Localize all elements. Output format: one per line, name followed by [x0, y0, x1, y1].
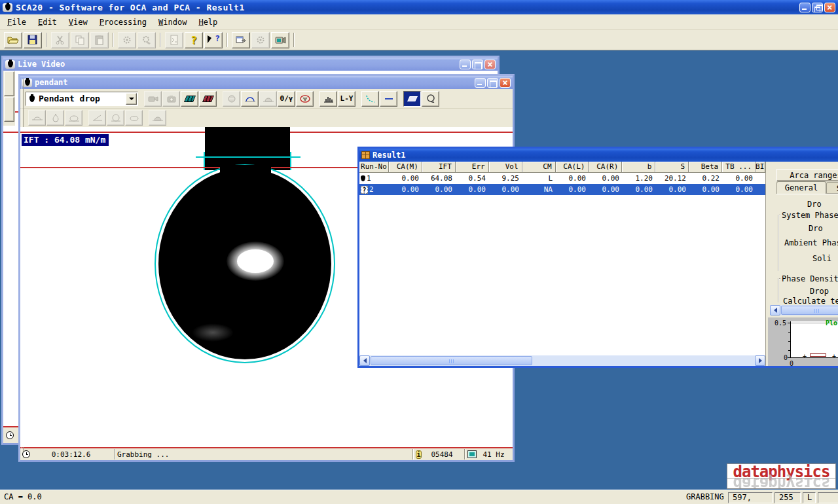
context-help-button[interactable]: ? — [204, 32, 223, 48]
lv-maximize-button[interactable] — [472, 60, 483, 69]
ellipse-tool-button[interactable] — [223, 91, 240, 107]
label-solid: Soli — [812, 254, 831, 263]
pendant-shape-button[interactable] — [46, 110, 64, 126]
chart-ytick-bottom: 0 — [784, 354, 788, 361]
lv-minimize-button[interactable] — [460, 60, 471, 69]
status-empty-cell — [818, 492, 838, 503]
marker-red-button[interactable] — [199, 91, 217, 107]
pd-minimize-button[interactable] — [475, 78, 486, 88]
scroll-thumb[interactable] — [371, 356, 532, 365]
menu-processing[interactable]: Processing — [94, 16, 153, 29]
manual-control-button[interactable] — [137, 32, 156, 48]
pd-close-button[interactable] — [500, 78, 511, 88]
circle-fit-button[interactable] — [241, 91, 259, 107]
col-ca-m[interactable]: CA(M) — [389, 162, 422, 173]
ellipse-icon — [226, 94, 238, 104]
app-title: SCA20 - Software for OCA and PCA - Resul… — [16, 3, 796, 12]
snapshot-tool-button[interactable] — [271, 32, 289, 48]
col-ca-l[interactable]: CA(L) — [556, 162, 589, 173]
tab-general[interactable]: General — [776, 181, 826, 194]
minimize-button[interactable] — [799, 3, 811, 12]
cut-button[interactable] — [51, 32, 69, 48]
export-window-button[interactable] — [232, 32, 250, 48]
col-tb[interactable]: TB ... — [722, 162, 756, 173]
scroll-left-button[interactable] — [359, 355, 370, 366]
help-button[interactable] — [185, 32, 203, 48]
manual-ellipse-button[interactable] — [296, 91, 314, 107]
marker-teal-button[interactable] — [181, 91, 198, 107]
pendant-toolbar: Pendant drop θ/γ — [20, 89, 513, 109]
laplace-young-button[interactable]: L-Y — [338, 91, 355, 107]
table-row[interactable]: 1 0.00 64.08 0.54 9.25 L 0.00 0.00 1.20 … — [359, 173, 765, 184]
result-window: Result1 Run-No CA(M) IFT Err Vol CM CA(L… — [357, 147, 838, 368]
close-button[interactable] — [824, 3, 835, 12]
flat-drop-button[interactable] — [125, 110, 143, 126]
table-h-scrollbar[interactable] — [359, 355, 765, 366]
scroll-right-button[interactable] — [755, 355, 765, 366]
col-ca-r[interactable]: CA(R) — [589, 162, 622, 173]
menu-edit[interactable]: Edit — [32, 16, 63, 29]
col-vol[interactable]: Vol — [489, 162, 522, 173]
settings-button[interactable] — [118, 32, 136, 48]
ift-overlay-label: IFT : 64.08 mN/m — [22, 134, 109, 146]
toolbar-separator — [46, 33, 47, 47]
col-cm[interactable]: CM — [522, 162, 556, 173]
snapshot-camera-icon — [166, 94, 177, 104]
panel-scroll-left-button[interactable] — [770, 305, 780, 315]
baseline-button[interactable] — [380, 91, 397, 107]
col-b[interactable]: b — [622, 162, 655, 173]
col-beta[interactable]: Beta — [689, 162, 722, 173]
col-bi[interactable]: BI — [756, 162, 765, 173]
area-ranges-button[interactable]: Arca ranges — [776, 169, 838, 181]
height-width-button[interactable] — [259, 91, 277, 107]
decay-curve-button[interactable] — [361, 91, 379, 107]
tangent-active-button[interactable] — [403, 91, 421, 107]
theta-gamma-button[interactable]: θ/γ — [278, 91, 295, 107]
drop-highlight-core — [237, 249, 274, 273]
frame-counter: 05484 — [422, 450, 462, 459]
menu-view[interactable]: View — [63, 16, 94, 29]
group-system-phases: System Phases — [780, 211, 838, 220]
toolbar-separator — [227, 33, 228, 47]
menu-help[interactable]: Help — [192, 16, 223, 29]
panel-scroll-thumb[interactable] — [781, 306, 838, 315]
label-drop-2: Dro — [809, 224, 823, 233]
camera-icon — [274, 35, 286, 45]
col-run-no[interactable]: Run-No — [359, 162, 389, 173]
report-button[interactable] — [165, 32, 183, 48]
lv-close-button[interactable] — [484, 60, 496, 69]
histogram-button[interactable] — [319, 91, 337, 107]
paste-button[interactable] — [90, 32, 109, 48]
col-s[interactable]: S — [655, 162, 689, 173]
tangent-angle-button[interactable] — [88, 110, 106, 126]
sessile-drop-button[interactable] — [28, 110, 46, 126]
framegrabber-icon — [467, 450, 477, 458]
laplace-young-icon: L-Y — [340, 94, 354, 103]
combo-dropdown-button[interactable] — [126, 93, 137, 105]
snapshot-button[interactable] — [162, 91, 180, 107]
method-select[interactable]: Pendant drop — [26, 92, 138, 106]
menu-window[interactable]: Window — [153, 16, 192, 29]
copy-icon — [74, 35, 86, 45]
large-drop-button[interactable] — [65, 110, 82, 126]
live-video-button[interactable] — [144, 91, 162, 107]
menu-file[interactable]: File — [1, 16, 32, 29]
lv-tool-button[interactable] — [4, 97, 14, 122]
pd-maximize-button[interactable] — [487, 78, 498, 88]
contour-lasso-button[interactable] — [422, 91, 439, 107]
copy-button[interactable] — [71, 32, 89, 48]
captive-bubble-button[interactable] — [149, 110, 166, 126]
col-err[interactable]: Err — [456, 162, 489, 173]
save-button[interactable] — [24, 32, 42, 48]
restore-button[interactable] — [812, 3, 823, 12]
lv-tool-button[interactable] — [4, 71, 14, 96]
open-button[interactable] — [4, 32, 22, 48]
panel-h-scrollbar[interactable] — [770, 305, 838, 315]
process-button[interactable] — [251, 32, 270, 48]
circle-shape-button[interactable] — [107, 110, 124, 126]
result-title: Result1 — [373, 151, 838, 160]
elapsed-time: 0:03:12.6 — [30, 450, 112, 459]
col-ift[interactable]: IFT — [422, 162, 456, 173]
pendant-icon — [22, 79, 32, 87]
table-row-selected[interactable]: 2 0.00 0.00 0.00 0.00 NA 0.00 0.00 0.00 … — [359, 184, 765, 195]
